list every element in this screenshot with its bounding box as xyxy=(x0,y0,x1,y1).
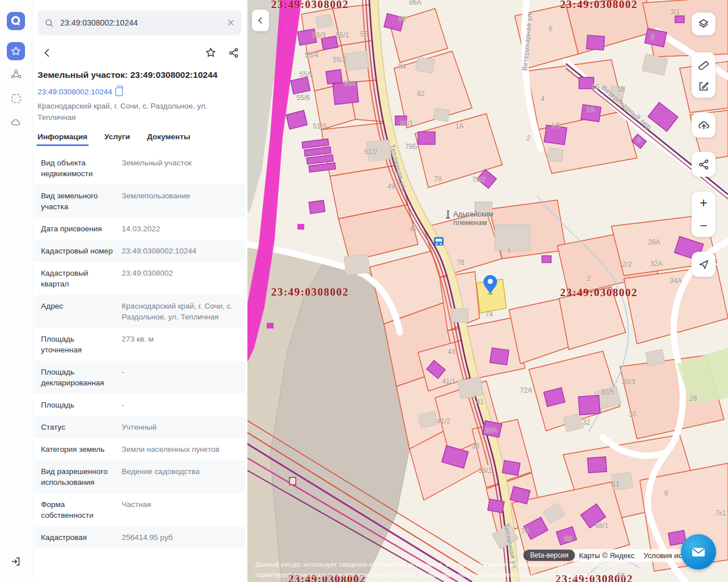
layers-icon xyxy=(697,18,710,30)
info-row: Вид объекта недвижимостиЗемельный участо… xyxy=(34,152,245,185)
envelope-icon xyxy=(690,543,707,560)
zoom-out-button[interactable]: − xyxy=(692,214,715,237)
draw-edit-button[interactable] xyxy=(692,75,715,98)
page-title: Земельный участок: 23:49:0308002:10244 xyxy=(38,70,242,80)
app-logo[interactable] xyxy=(7,12,25,30)
login-exit-icon xyxy=(10,555,22,568)
edit-pencil-icon xyxy=(697,80,710,93)
sidebar-item-layers-cloud[interactable] xyxy=(7,114,25,132)
cadastral-number-link-row: 23:49:0308002:10244 xyxy=(38,88,242,96)
locate-me-button[interactable] xyxy=(692,253,715,276)
sidebar-item-measure-area[interactable] xyxy=(7,65,25,84)
share-button[interactable] xyxy=(228,47,239,59)
object-header xyxy=(42,47,239,59)
info-row: Вид разрешенного использованияВедение са… xyxy=(34,460,245,493)
info-row: Форма собственностиЧастная xyxy=(34,493,245,526)
info-row: Категория земельЗемли населенных пунктов xyxy=(34,438,245,460)
chevron-left-icon xyxy=(42,48,52,58)
cadastral-number-link[interactable]: 23:49:0308002:10244 xyxy=(38,88,112,96)
search-bar[interactable]: ✕ xyxy=(38,10,242,35)
tab-Информация[interactable]: Информация xyxy=(38,132,88,146)
tab-bar: ИнформацияУслугиДокументы xyxy=(38,132,242,146)
upload-control xyxy=(692,113,715,138)
icon-rail xyxy=(0,0,32,582)
info-row: Дата присвоения14.03.2022 xyxy=(34,218,245,240)
info-row: Площадь уточненная273 кв. м xyxy=(34,328,245,361)
share-icon xyxy=(698,159,710,171)
star-outline-icon xyxy=(205,47,217,59)
favorite-button[interactable] xyxy=(205,47,217,59)
cloud-icon xyxy=(10,117,22,129)
tab-Услуги[interactable]: Услуги xyxy=(105,132,130,146)
map-graphics xyxy=(247,0,728,582)
polygon-area-icon xyxy=(10,68,22,81)
ruler-icon xyxy=(697,57,710,70)
info-row: Площадь декларированная- xyxy=(34,361,245,394)
ruler-button[interactable] xyxy=(692,52,715,75)
layers-button[interactable] xyxy=(692,13,715,35)
navigation-arrow-icon xyxy=(698,259,710,271)
info-table: Вид объекта недвижимостиЗемельный участо… xyxy=(32,152,247,548)
sidebar-item-select-area[interactable] xyxy=(7,89,25,107)
yandex-maps-link[interactable]: Карты © Яндекс xyxy=(579,551,635,560)
share-map-control xyxy=(692,152,715,177)
measure-draw-control xyxy=(692,52,715,98)
minus-icon: − xyxy=(700,219,707,232)
cloud-upload-icon xyxy=(697,119,710,132)
search-input[interactable] xyxy=(59,18,222,28)
app-logo-icon xyxy=(10,15,22,27)
beta-badge: Beta-версия xyxy=(523,550,575,561)
zoom-control: + − xyxy=(692,192,715,237)
star-icon xyxy=(10,45,22,57)
sidebar-item-login[interactable] xyxy=(7,552,25,571)
share-map-button[interactable] xyxy=(692,153,715,176)
info-row: Вид земельного участкаЗемлепользование xyxy=(34,185,245,218)
collapse-panel-button[interactable] xyxy=(252,10,269,31)
dashed-select-icon xyxy=(10,93,22,105)
upload-button[interactable] xyxy=(692,114,715,136)
zoom-in-button[interactable]: + xyxy=(692,192,715,214)
bus-stop-icon xyxy=(434,237,444,246)
sidebar-item-favorites[interactable] xyxy=(7,42,25,60)
share-icon xyxy=(228,47,239,59)
info-row: Кадастровый квартал23:49:0308002 xyxy=(34,262,245,295)
info-row: Кадастровый номер23:49:0308002:10244 xyxy=(34,240,245,262)
map-canvas[interactable]: 23:49:030800223:49:030800223:49:03080022… xyxy=(247,0,728,582)
copy-icon[interactable] xyxy=(115,88,123,96)
plus-icon: + xyxy=(700,197,707,210)
back-button[interactable] xyxy=(42,48,52,58)
info-row: АдресКраснодарский край, г. Сочи, с. Раз… xyxy=(34,295,245,328)
chat-button[interactable] xyxy=(681,534,716,569)
clear-search-icon[interactable]: ✕ xyxy=(227,18,235,28)
layers-control xyxy=(692,13,715,35)
info-row: Кадастровая256414.95 руб xyxy=(34,526,245,548)
info-row: Площадь- xyxy=(34,394,245,416)
detail-panel: ✕ Земельный участок: 23:4 xyxy=(32,0,247,582)
object-address: Краснодарский край, г. Сочи, с. Раздольн… xyxy=(38,101,225,123)
info-row: СтатусУчтенный xyxy=(34,416,245,438)
tab-Документы[interactable]: Документы xyxy=(147,132,191,146)
search-icon xyxy=(44,18,54,28)
chevron-left-icon xyxy=(257,16,264,24)
locate-control xyxy=(692,252,715,277)
